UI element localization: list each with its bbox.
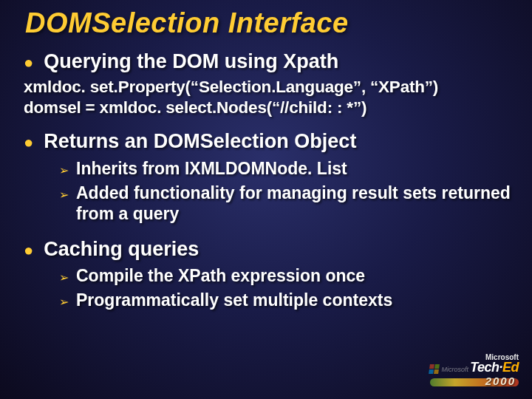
ed-text: Ed bbox=[502, 360, 519, 375]
subbullet-text: Compile the XPath expression once bbox=[76, 265, 365, 286]
bullet-text: Querying the DOM using Xpath bbox=[44, 50, 338, 73]
subbullet-added-func: ➢ Added functionality for managing resul… bbox=[59, 183, 511, 224]
bullet-text: Returns an DOMSelection Object bbox=[44, 129, 356, 153]
slide-title: DOMSelection Interface bbox=[25, 7, 511, 39]
bullet-querying: ● Querying the DOM using Xpath bbox=[24, 50, 511, 73]
bullet-icon: ● bbox=[24, 52, 33, 73]
subbullet-text: Programmatically set multiple contexts bbox=[76, 290, 392, 310]
arrow-icon: ➢ bbox=[59, 293, 69, 311]
year-badge: 2000 bbox=[408, 375, 519, 389]
arrow-icon: ➢ bbox=[59, 269, 69, 287]
code-line-2: domsel = xmldoc. select.Nodes(“//child: … bbox=[24, 98, 511, 117]
subbullet-inherits: ➢ Inherits from IXMLDOMNode. List bbox=[59, 158, 511, 180]
year-text: 2000 bbox=[485, 375, 516, 387]
arrow-icon: ➢ bbox=[59, 162, 69, 180]
bullet-icon: ● bbox=[24, 132, 33, 153]
teched-logo: Microsoft Tech·Ed bbox=[408, 353, 519, 375]
subbullet-compile: ➢ Compile the XPath expression once bbox=[59, 265, 511, 287]
tech-text: Tech· bbox=[470, 360, 502, 375]
slide: DOMSelection Interface ● Querying the DO… bbox=[0, 0, 532, 399]
code-line-1: xmldoc. set.Property(“Selection.Language… bbox=[24, 78, 511, 97]
bullet-text: Caching queries bbox=[44, 237, 199, 261]
bullet-caching: ● Caching queries bbox=[24, 237, 511, 261]
footer-brand: Microsoft Tech·Ed 2000 bbox=[408, 353, 519, 392]
bullet-icon: ● bbox=[24, 240, 33, 261]
subbullet-text: Inherits from IXMLDOMNode. List bbox=[76, 158, 347, 179]
bullet-returns: ● Returns an DOMSelection Object bbox=[24, 129, 511, 153]
subbullet-text: Added functionality for managing result … bbox=[76, 183, 511, 224]
subbullet-contexts: ➢ Programmatically set multiple contexts bbox=[59, 290, 511, 311]
arrow-icon: ➢ bbox=[59, 186, 69, 204]
